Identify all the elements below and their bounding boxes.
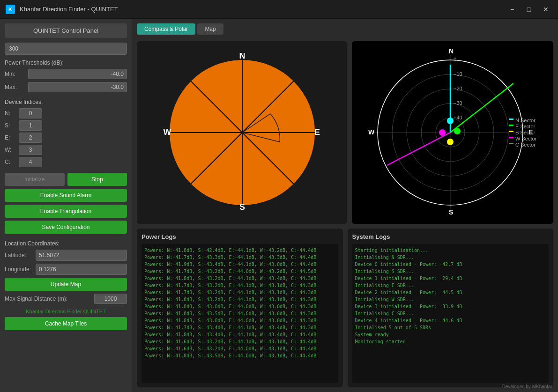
s-label: S:	[5, 122, 19, 129]
content-area: Compass & Polar Map N	[132, 19, 558, 392]
device-indices-label: Device Indices:	[5, 99, 127, 105]
longitude-row: Longitude:	[5, 264, 127, 275]
footer-text: Khanfar Direction Finder QUINTET	[5, 309, 127, 314]
compass-panel: N S E W	[137, 41, 347, 224]
tab-map[interactable]: Map	[197, 23, 223, 35]
init-stop-row: Initialize Stop	[5, 173, 127, 186]
triangulation-button[interactable]: Enable Triangulation	[5, 205, 127, 218]
longitude-input[interactable]	[36, 264, 127, 275]
logs-row: Power Logs Powers: N:-41.8dB, S:-42.4dB,…	[137, 229, 553, 387]
max-label: Max:	[5, 84, 28, 90]
cache-map-button[interactable]: Cache Map Tiles	[5, 317, 127, 330]
compass-svg: N S E W	[163, 53, 322, 212]
svg-point-29	[447, 118, 454, 124]
app-icon: K	[6, 5, 15, 14]
svg-text:C Sector: C Sector	[515, 142, 536, 148]
min-label: Min:	[5, 71, 28, 77]
titlebar: K Khanfar Direction Finder - QUINTET − □…	[0, 0, 558, 19]
maximize-button[interactable]: □	[522, 4, 536, 15]
update-map-button[interactable]: Update Map	[5, 278, 127, 291]
n-index-row: N:	[5, 108, 127, 118]
max-signal-label: Max Signal Distance (m):	[5, 296, 91, 302]
main-layout: QUINTET Control Panel 300 Power Threshol…	[0, 19, 558, 392]
svg-rect-33	[509, 118, 513, 120]
developed-by: Developed by MKhanfar	[502, 384, 552, 389]
tab-bar: Compass & Polar Map	[137, 23, 553, 35]
window-controls: − □ ✕	[506, 4, 552, 15]
longitude-label: Longitude:	[5, 266, 33, 273]
e-index-row: E:	[5, 133, 127, 143]
svg-rect-41	[509, 143, 513, 144]
s-index-input[interactable]	[19, 120, 42, 131]
svg-point-30	[454, 128, 461, 134]
s-index-row: S:	[5, 120, 127, 131]
polar-panel: 0 −10 −20 −30 −40 N S E W	[352, 41, 553, 224]
w-index-input[interactable]	[19, 145, 42, 155]
svg-rect-39	[509, 137, 513, 138]
svg-point-32	[447, 139, 454, 145]
power-logs-panel: Power Logs Powers: N:-41.8dB, S:-42.4dB,…	[137, 229, 343, 387]
latitude-label: Latitude:	[5, 252, 33, 259]
svg-rect-35	[509, 125, 513, 126]
tab-compass-polar[interactable]: Compass & Polar	[137, 23, 195, 35]
panel-title: QUINTET Control Panel	[5, 23, 127, 38]
sidebar: QUINTET Control Panel 300 Power Threshol…	[0, 19, 132, 392]
e-index-input[interactable]	[19, 133, 42, 143]
svg-text:E Sector: E Sector	[515, 124, 536, 129]
svg-text:S Sector: S Sector	[515, 130, 536, 135]
max-signal-input[interactable]	[94, 294, 127, 304]
latitude-row: Latitude:	[5, 250, 127, 261]
power-log-content: Powers: N:-41.8dB, S:-42.4dB, E:-44.1dB,…	[141, 244, 338, 383]
power-thresholds-label: Power Thresholds (dB):	[5, 59, 127, 66]
stop-button[interactable]: Stop	[67, 173, 127, 186]
svg-text:S: S	[239, 202, 245, 212]
max-input[interactable]	[28, 82, 127, 92]
minimize-button[interactable]: −	[506, 4, 519, 15]
svg-text:0: 0	[454, 57, 456, 62]
power-logs-title: Power Logs	[141, 233, 338, 240]
svg-text:W: W	[163, 127, 171, 137]
system-logs-panel: System Logs Starting initialisation...In…	[348, 229, 554, 387]
latitude-input[interactable]	[36, 250, 127, 261]
c-index-row: C:	[5, 157, 127, 167]
svg-text:S: S	[449, 208, 453, 216]
min-field-row: Min:	[5, 69, 127, 79]
location-label: Location Coordinates:	[5, 240, 127, 247]
frequency-dropdown[interactable]: 300	[5, 43, 127, 55]
svg-rect-37	[509, 131, 513, 132]
w-label: W:	[5, 147, 19, 153]
c-index-input[interactable]	[19, 157, 42, 167]
polar-svg: 0 −10 −20 −30 −40 N S E W	[359, 46, 546, 219]
svg-text:−10: −10	[454, 71, 462, 77]
svg-text:N: N	[239, 53, 245, 60]
svg-text:−20: −20	[454, 86, 462, 91]
system-log-content: Starting initialisation...Initialising N…	[352, 244, 549, 383]
svg-text:−30: −30	[454, 100, 462, 106]
svg-text:E: E	[314, 127, 320, 137]
c-label: C:	[5, 159, 19, 165]
min-input[interactable]	[28, 69, 127, 79]
svg-text:N Sector: N Sector	[515, 118, 536, 123]
svg-point-31	[439, 129, 446, 136]
max-field-row: Max:	[5, 82, 127, 92]
app-title: Khanfar Direction Finder - QUINTET	[20, 6, 506, 13]
max-signal-row: Max Signal Distance (m):	[5, 294, 127, 304]
svg-text:W: W	[368, 128, 375, 136]
system-logs-title: System Logs	[352, 233, 549, 240]
n-index-input[interactable]	[19, 108, 42, 118]
close-button[interactable]: ✕	[539, 4, 552, 15]
svg-text:−40: −40	[454, 115, 462, 120]
e-label: E:	[5, 134, 19, 141]
save-config-button[interactable]: Save Configuration	[5, 221, 127, 234]
sound-alarm-button[interactable]: Enable Sound Alarm	[5, 189, 127, 202]
svg-text:W Sector: W Sector	[515, 136, 537, 141]
initialize-button[interactable]: Initialize	[5, 173, 65, 186]
svg-text:N: N	[449, 47, 454, 55]
w-index-row: W:	[5, 145, 127, 155]
n-label: N:	[5, 110, 19, 117]
visualization-row: N S E W	[137, 41, 553, 224]
